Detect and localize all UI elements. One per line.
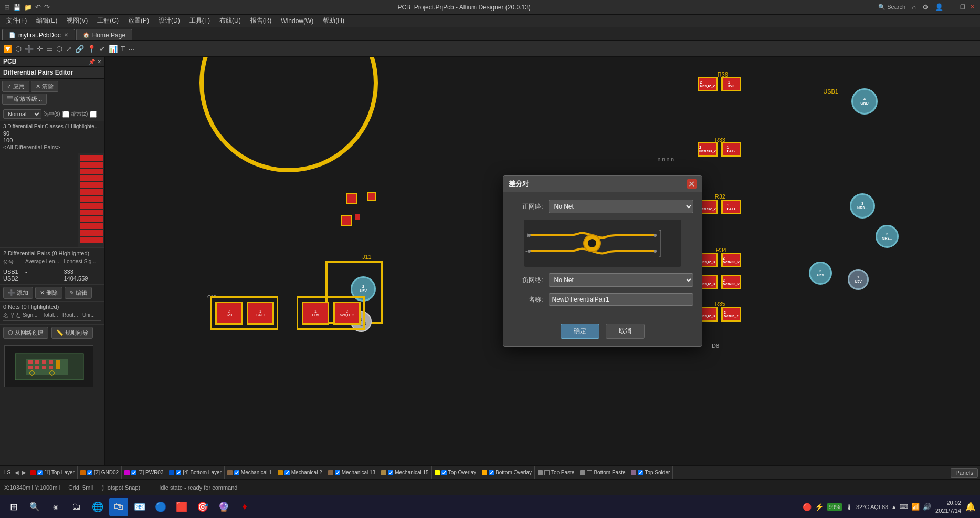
layer-mech13[interactable]: Mechanical 13	[325, 466, 378, 479]
layer-bottom-paste[interactable]: Bottom Paste	[577, 466, 628, 479]
all-pairs-label[interactable]: <All Differential Pairs>	[3, 144, 101, 150]
layer-bottom-overlay[interactable]: Bottom Overlay	[479, 466, 535, 479]
clear-button[interactable]: ✕ 清除	[31, 81, 58, 92]
taskbar-app2[interactable]: 🔮	[214, 498, 233, 516]
redo-icon[interactable]: ↷	[44, 3, 50, 11]
layer-top-overlay[interactable]: Top Overlay	[432, 466, 479, 479]
filter-icon[interactable]: 🔽	[3, 45, 12, 53]
rect-icon[interactable]: ▭	[46, 45, 53, 53]
text-icon[interactable]: T	[121, 45, 125, 53]
minimize-button[interactable]: —	[950, 4, 957, 11]
layer-bottom-overlay-check[interactable]	[489, 470, 494, 475]
menu-view[interactable]: 视图(V)	[62, 15, 92, 26]
layer-nav-prev[interactable]: ◀	[13, 470, 20, 475]
tray-weather-icon[interactable]: 🌡	[846, 503, 853, 511]
add-pair-button[interactable]: ➕ 添加	[3, 287, 33, 299]
select-icon[interactable]: ⬡	[15, 45, 22, 53]
maximize-button[interactable]: ❐	[959, 4, 966, 11]
layer-mech1-check[interactable]	[234, 470, 239, 475]
layer-bottom-check[interactable]	[176, 470, 181, 475]
menu-design[interactable]: 设计(D)	[154, 15, 184, 26]
select-checkbox[interactable]	[62, 111, 69, 118]
poly-icon[interactable]: ⬡	[56, 45, 62, 53]
layer-top-solder-check[interactable]	[638, 470, 643, 475]
layer-mech1[interactable]: Mechanical 1	[225, 466, 275, 479]
notification-icon[interactable]: 🔔	[965, 502, 976, 512]
mode-select[interactable]: Normal Highlight Mask	[3, 109, 41, 119]
layer-nav-next[interactable]: ▶	[20, 470, 28, 475]
taskbar-search[interactable]: 🔍	[25, 498, 44, 516]
tray-battery-icon[interactable]: ⚡	[815, 503, 824, 511]
place-icon[interactable]: 📍	[87, 45, 96, 53]
tray-chevron[interactable]: ▲	[891, 504, 897, 510]
confirm-button[interactable]: 确定	[561, 324, 599, 339]
panel-close-icon[interactable]: ✕	[97, 59, 101, 65]
pcb-canvas[interactable]: USB1 R36 2NetQ2_2 13V3 4GND R33 2NetR33_…	[105, 57, 980, 465]
system-clock[interactable]: 20:02 2021/7/14	[935, 499, 961, 514]
name-input[interactable]	[549, 293, 693, 306]
panel-pin-icon[interactable]: 📌	[89, 59, 95, 65]
layer-bottom-paste-check[interactable]	[587, 470, 592, 475]
open-icon[interactable]: 📁	[24, 4, 32, 11]
cancel-button[interactable]: 取消	[606, 324, 645, 339]
taskbar-app1[interactable]: 🎯	[193, 498, 212, 516]
layer-gnd02[interactable]: [2] GND02	[78, 466, 122, 479]
tab-home[interactable]: 🏠 Home Page	[76, 29, 132, 40]
more-icon[interactable]: ···	[129, 45, 135, 53]
search-button[interactable]: 🔍 Search	[878, 4, 905, 11]
taskbar-browser-edge[interactable]: 🌐	[88, 498, 107, 516]
task-view-button[interactable]: ◉	[46, 498, 65, 516]
pair-row-usb1[interactable]: USB1 - 333	[3, 268, 101, 275]
layer-pwr03-check[interactable]	[131, 470, 136, 475]
start-button[interactable]: ⊞	[4, 498, 23, 516]
layer-mech13-check[interactable]	[335, 470, 340, 475]
create-from-net-button[interactable]: ⬡ 从网络创建	[3, 327, 48, 339]
taskbar-explorer[interactable]: 🗂	[67, 498, 86, 516]
save-icon[interactable]: 💾	[13, 4, 21, 11]
home-icon[interactable]: ⌂	[912, 3, 916, 11]
layer-top-overlay-check[interactable]	[441, 470, 447, 475]
taskbar-ppt[interactable]: 🟥	[172, 498, 191, 516]
layer-top[interactable]: [1] Top Layer	[28, 466, 78, 479]
apply-button[interactable]: ✓ 应用	[2, 81, 29, 92]
tray-keyboard[interactable]: ⌨	[900, 503, 908, 510]
dialog-close-button[interactable]: ✕	[687, 179, 697, 189]
taskbar-ie[interactable]: 🔵	[151, 498, 170, 516]
menu-project[interactable]: 工程(C)	[93, 15, 123, 26]
collapse-button[interactable]: ▤ 缩放等级...	[2, 94, 47, 105]
positive-net-select[interactable]: No Net	[549, 200, 693, 213]
close-button[interactable]: ✕	[968, 4, 976, 11]
tray-wifi[interactable]: 📶	[911, 503, 920, 511]
menu-tools[interactable]: 工具(T)	[185, 15, 214, 26]
menu-file[interactable]: 文件(F)	[2, 15, 31, 26]
settings-icon[interactable]: ⚙	[922, 3, 929, 11]
layer-pwr03[interactable]: [3] PWR03	[122, 466, 166, 479]
taskbar-mail[interactable]: 📧	[130, 498, 149, 516]
chart-icon[interactable]: 📊	[109, 45, 118, 53]
taskbar-store[interactable]: 🛍	[109, 498, 128, 516]
net-icon[interactable]: 🔗	[75, 45, 84, 53]
layer-mech2-check[interactable]	[284, 470, 290, 475]
layer-top-solder[interactable]: Top Solder	[628, 466, 673, 479]
tray-qq[interactable]: 🔴	[803, 503, 812, 511]
drag-icon[interactable]: ⤢	[66, 45, 72, 53]
delete-pair-button[interactable]: ✕ 删除	[35, 287, 62, 299]
menu-place[interactable]: 放置(P)	[124, 15, 153, 26]
menu-reports[interactable]: 报告(R)	[246, 15, 276, 26]
menu-window[interactable]: Window(W)	[277, 16, 318, 26]
layer-gnd02-check[interactable]	[87, 470, 92, 475]
pair-row-usb2[interactable]: USB2 - 1404.559	[3, 275, 101, 282]
panels-button[interactable]: Panels	[951, 468, 978, 478]
menu-help[interactable]: 帮助(H)	[319, 15, 349, 26]
layer-top-paste[interactable]: Top Paste	[535, 466, 577, 479]
layer-mech15-check[interactable]	[388, 470, 393, 475]
layer-mech2[interactable]: Mechanical 2	[275, 466, 325, 479]
tray-sound[interactable]: 🔊	[923, 503, 931, 511]
drc-icon[interactable]: ✔	[99, 45, 106, 53]
layer-bottom[interactable]: [4] Bottom Layer	[166, 466, 224, 479]
zoom-checkbox[interactable]	[90, 111, 97, 118]
layer-top-paste-check[interactable]	[544, 470, 550, 475]
menu-routing[interactable]: 布线(U)	[215, 15, 245, 26]
user-icon[interactable]: 👤	[935, 3, 943, 11]
undo-icon[interactable]: ↶	[35, 3, 41, 11]
